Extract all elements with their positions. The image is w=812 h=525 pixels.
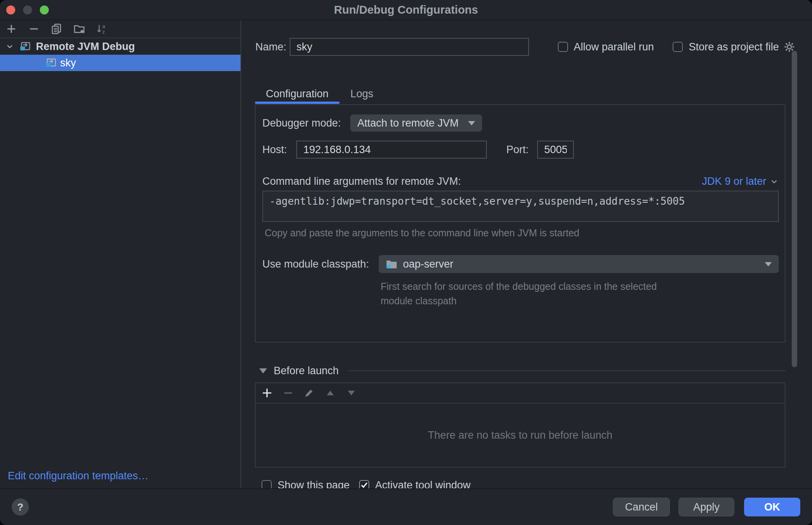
ok-button[interactable]: OK — [744, 498, 800, 516]
new-folder-icon[interactable] — [73, 23, 85, 35]
remote-debug-config-icon — [45, 57, 57, 68]
tree-item-sky-selected[interactable]: sky — [0, 55, 240, 71]
sort-alphabetically-icon[interactable]: a z — [96, 23, 108, 35]
before-launch-title: Before launch — [274, 365, 339, 377]
edit-task-icon[interactable] — [303, 387, 315, 399]
run-debug-configurations-dialog: Run/Debug Configurations — [0, 0, 812, 525]
allow-parallel-run-label: Allow parallel run — [574, 41, 654, 53]
window-controls — [6, 0, 49, 20]
zoom-window-button[interactable] — [40, 5, 49, 14]
dialog-footer: ? Cancel Apply OK — [0, 488, 812, 525]
command-args-hint: Copy and paste the arguments to the comm… — [262, 227, 779, 239]
remove-task-icon[interactable] — [282, 387, 294, 399]
before-launch-box: There are no tasks to run before launch — [255, 382, 785, 468]
name-row: Name: Allow parallel run Store as projec… — [255, 38, 812, 56]
allow-parallel-run-checkbox[interactable] — [558, 42, 568, 52]
sort-z-glyph: z — [102, 29, 105, 35]
copy-configuration-icon[interactable] — [51, 23, 62, 35]
name-label: Name: — [255, 41, 287, 53]
sort-a-glyph: a — [102, 23, 105, 29]
dropdown-arrow-icon — [765, 262, 772, 266]
host-input[interactable] — [296, 141, 487, 159]
help-button[interactable]: ? — [12, 498, 29, 516]
configuration-editor: Name: Allow parallel run Store as projec… — [241, 20, 812, 488]
tab-configuration[interactable]: Configuration — [255, 84, 340, 103]
close-window-button[interactable] — [6, 5, 15, 14]
titlebar: Run/Debug Configurations — [0, 0, 812, 20]
debugger-mode-dropdown[interactable]: Attach to remote JVM — [350, 114, 482, 132]
chevron-down-icon — [769, 177, 779, 186]
store-as-project-file-checkbox-group[interactable]: Store as project file — [673, 41, 779, 53]
tree-group-label: Remote JVM Debug — [36, 41, 135, 53]
chevron-down-icon — [5, 42, 14, 51]
move-task-down-icon[interactable] — [345, 387, 357, 399]
tab-logs[interactable]: Logs — [340, 84, 385, 103]
module-classpath-label: Use module classpath: — [262, 258, 369, 270]
vertical-scrollbar[interactable] — [792, 51, 797, 367]
section-divider — [347, 370, 785, 371]
edit-configuration-templates-link[interactable]: Edit configuration templates… — [8, 470, 148, 482]
cancel-button[interactable]: Cancel — [613, 498, 670, 516]
debugger-mode-row: Debugger mode: Attach to remote JVM — [262, 114, 779, 132]
command-args-label-row: Command line arguments for remote JVM: J… — [262, 175, 779, 188]
configuration-tab-panel: Debugger mode: Attach to remote JVM Host… — [255, 104, 785, 343]
sidebar-toolbar: a z — [0, 20, 240, 38]
port-label: Port: — [506, 144, 529, 156]
tree-item-label: sky — [60, 57, 76, 69]
module-folder-icon — [386, 259, 397, 270]
add-task-icon[interactable] — [261, 387, 273, 399]
active-tab-underline — [255, 102, 340, 104]
add-configuration-icon[interactable] — [5, 23, 17, 35]
port-input[interactable] — [537, 141, 574, 159]
move-task-up-icon[interactable] — [324, 387, 336, 399]
name-input[interactable] — [290, 38, 529, 56]
host-label: Host: — [262, 144, 287, 156]
dropdown-arrow-icon — [468, 121, 475, 125]
configurations-sidebar: a z Remote JVM Debug — [0, 20, 241, 488]
tree-group-remote-jvm-debug[interactable]: Remote JVM Debug — [0, 38, 240, 55]
minimize-window-button[interactable] — [23, 5, 32, 14]
before-launch-header[interactable]: Before launch — [255, 363, 785, 379]
host-port-row: Host: Port: — [262, 141, 779, 158]
before-launch-toolbar — [256, 383, 785, 404]
command-args-field[interactable]: -agentlib:jdwp=transport=dt_socket,serve… — [262, 191, 779, 222]
empty-task-list-text: There are no tasks to run before launch — [428, 429, 613, 441]
collapse-triangle-icon — [259, 368, 267, 373]
debugger-mode-label: Debugger mode: — [262, 117, 341, 129]
remove-configuration-icon[interactable] — [28, 23, 40, 35]
tab-bar: Configuration Logs — [255, 84, 812, 103]
jdk-version-selector[interactable]: JDK 9 or later — [702, 175, 779, 188]
allow-parallel-run-checkbox-group[interactable]: Allow parallel run — [558, 41, 654, 53]
store-as-project-file-label: Store as project file — [689, 41, 779, 53]
apply-button[interactable]: Apply — [678, 498, 734, 516]
remote-debug-config-icon — [20, 41, 31, 52]
command-args-label: Command line arguments for remote JVM: — [262, 175, 461, 188]
store-as-project-file-checkbox[interactable] — [673, 42, 683, 52]
before-launch-task-list: There are no tasks to run before launch — [256, 404, 785, 467]
module-classpath-hint: First search for sources of the debugged… — [381, 279, 677, 308]
module-classpath-dropdown[interactable]: oap-server — [379, 255, 779, 273]
module-classpath-row: Use module classpath: oap-server — [262, 255, 779, 273]
dialog-title: Run/Debug Configurations — [334, 4, 478, 16]
